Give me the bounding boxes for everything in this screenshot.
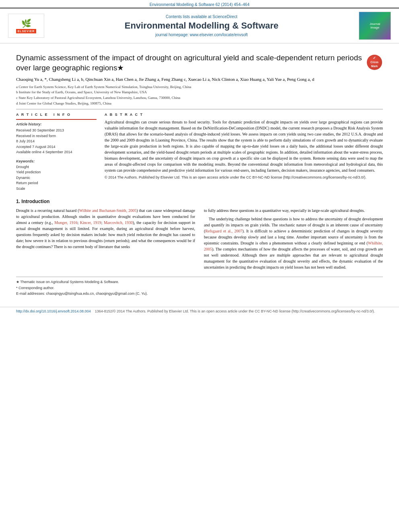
introduction-section: 1. Introduction Drought is a recurring n… [16, 199, 383, 273]
section-title: Introduction [21, 199, 49, 204]
crossmark-icon: ✓CrossMark [370, 56, 378, 68]
main-content: Dynamic assessment of the impact of drou… [0, 43, 399, 301]
left-meta-column: A R T I C L E I N F O Article history: R… [16, 113, 97, 191]
ref-marcovitch[interactable]: Marcovitch, 1930 [104, 220, 133, 225]
intro-left-col: Drought is a recurring natural hazard (W… [16, 207, 195, 273]
article-info-box: Article history: Received 30 September 2… [16, 119, 97, 155]
article-title: Dynamic assessment of the impact of drou… [16, 53, 363, 73]
footer-bar: http://dx.doi.org/10.1016/j.envsoft.2014… [0, 307, 399, 315]
keyword-3: Dynamic [16, 176, 30, 180]
received-date: Received 30 September 2013 [16, 128, 64, 132]
authors-text: Chaoqing Yu a, *, Changsheng Li a, b, Qi… [16, 77, 314, 82]
elsevier-tree-icon: 🌿 [21, 18, 31, 28]
section-divider [16, 109, 383, 109]
homepage-line: journal homepage: www.elsevier.com/locat… [48, 33, 355, 37]
issn-text: 1364-8152/© 2014 The Authors. Published … [95, 309, 375, 313]
journal-cover-image: JournalImage [359, 12, 391, 40]
revised-date: 8 July 2014 [16, 139, 35, 143]
elsevier-logo: 🌿 ELSEVIER [8, 14, 44, 38]
contents-text: Contents lists available at [166, 14, 211, 19]
keywords-label: Keywords: [16, 159, 97, 163]
footnotes-section: ★ Thematic Issue on Agricultural Systems… [16, 277, 383, 296]
affiliation-b: b Institute for the Study of Earth, Ocea… [16, 90, 383, 95]
elsevier-logo-area: 🌿 ELSEVIER [8, 14, 44, 38]
ref-munger[interactable]: Munger, 1916 [54, 220, 77, 225]
affiliations: a Center for Earth System Science, Key L… [16, 84, 383, 106]
article-info-abstract-columns: A R T I C L E I N F O Article history: R… [16, 113, 383, 191]
article-info-text: Received 30 September 2013 Received in r… [16, 128, 97, 155]
available-date: Available online 4 September 2014 [16, 150, 72, 154]
keywords-section: Keywords: Drought Yield prediction Dynam… [16, 159, 97, 192]
intro-two-columns: Drought is a recurring natural hazard (W… [16, 207, 383, 273]
journal-title: Environmental Modelling & Software [48, 21, 355, 31]
ref-kincer[interactable]: Kincer, 1919 [80, 220, 101, 225]
keyword-1: Drought [16, 165, 29, 169]
cover-image-placeholder: JournalImage [359, 12, 391, 40]
ref-wilhite[interactable]: Wilhite and Buchanan-Smith, 2005 [79, 208, 137, 213]
footnote-email: E-mail addresses: chaoqingyu@tsinghua.ed… [16, 291, 383, 296]
keyword-4: Return period [16, 181, 38, 185]
keyword-drought: Drought Yield prediction Dynamic Return … [16, 164, 97, 192]
footnote-corresponding: * Corresponding author. [16, 286, 383, 291]
crossmark-badge[interactable]: ✓CrossMark [367, 55, 382, 70]
homepage-url[interactable]: www.elsevier.com/locate/envsoft [190, 33, 248, 37]
keyword-5: Scale [16, 187, 25, 191]
keyword-2: Yield prediction [16, 170, 41, 174]
citation-text: Environmental Modelling & Software 62 (2… [150, 2, 250, 7]
homepage-label: journal homepage: [155, 33, 189, 37]
footnote-thematic: ★ Thematic Issue on Agricultural Systems… [16, 279, 383, 285]
crossmark-area: ✓CrossMark [367, 55, 383, 70]
abstract-body: Agricultural droughts can create serious… [105, 119, 383, 173]
article-info-heading: A R T I C L E I N F O [16, 113, 97, 117]
cover-image-label: JournalImage [370, 22, 380, 29]
affiliation-c: c State Key Laboratory of Pastoral Agric… [16, 95, 383, 101]
intro-para-3: The underlying challenge behind these qu… [204, 216, 383, 270]
copyright-line: © 2014 The Authors. Published by Elsevie… [105, 175, 383, 180]
intro-right-col: to fully address these questions in a qu… [204, 207, 383, 273]
intro-para-2: to fully address these questions in a qu… [204, 207, 383, 214]
affiliation-d: d Joint Center for Global Change Studies… [16, 101, 383, 106]
abstract-heading: A B S T R A C T [105, 113, 383, 117]
sciencedirect-link[interactable]: ScienceDirect [212, 14, 237, 19]
abstract-text: Agricultural droughts can create serious… [105, 119, 383, 180]
journal-center-info: Contents lists available at ScienceDirec… [48, 14, 355, 37]
copyright-text: © 2014 The Authors. Published by Elsevie… [105, 175, 366, 179]
abstract-column: A B S T R A C T Agricultural droughts ca… [105, 113, 383, 191]
intro-title: 1. Introduction [16, 199, 383, 204]
revised-label: Received in revised form [16, 134, 56, 138]
article-history-label: Article history: [16, 122, 97, 126]
citation-bar: Environmental Modelling & Software 62 (2… [0, 0, 399, 8]
contents-available-line: Contents lists available at ScienceDirec… [48, 14, 355, 19]
section-number: 1. [16, 199, 20, 204]
ref-whilhite[interactable]: Whilhite, 2005 [204, 241, 383, 251]
journal-header: 🌿 ELSEVIER Contents lists available at S… [0, 8, 399, 43]
elsevier-badge: ELSEVIER [16, 29, 37, 33]
intro-para-1: Drought is a recurring natural hazard (W… [16, 207, 195, 250]
article-title-section: Dynamic assessment of the impact of drou… [16, 53, 383, 73]
authors-line: Chaoqing Yu a, *, Changsheng Li a, b, Qi… [16, 76, 383, 83]
doi-link[interactable]: http://dx.doi.org/10.1016/j.envsoft.2014… [16, 309, 91, 313]
accepted-date: Accepted 7 August 2014 [16, 145, 56, 149]
affiliation-a: a Center for Earth System Science, Key L… [16, 84, 383, 90]
ref-refsgaard[interactable]: Refsgaard et al., 2007 [205, 229, 242, 233]
